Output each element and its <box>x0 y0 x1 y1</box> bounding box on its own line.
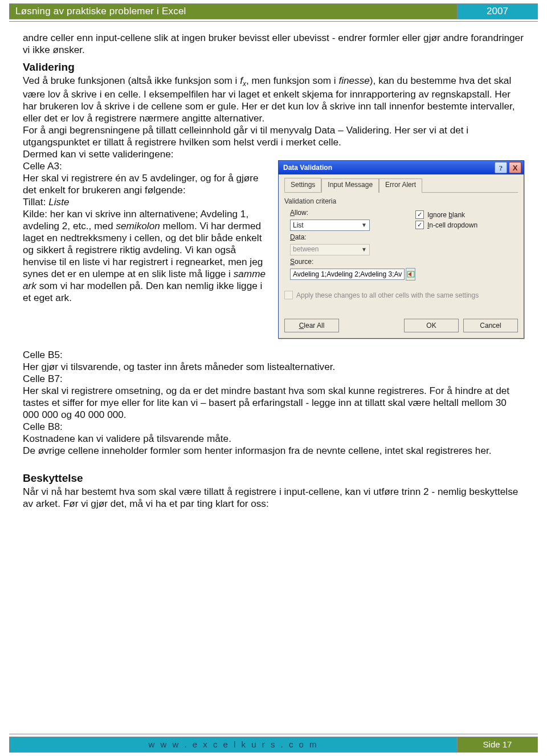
range-picker-icon <box>407 271 415 278</box>
validering-p2: For å angi begrensningene på tillatt cel… <box>23 124 524 148</box>
b8-label: Celle B8: <box>23 421 524 433</box>
kilde-body: Kilde: her kan vi skrive inn alternative… <box>23 208 268 304</box>
close-button[interactable]: X <box>509 162 521 173</box>
allow-select[interactable]: List ▼ <box>290 220 370 231</box>
a3-body: Her skal vi registrere én av 5 avdelinge… <box>23 172 268 196</box>
b8-body: Kostnadene kan vi validere på tilsvarend… <box>23 433 524 445</box>
incell-dropdown-checkbox[interactable]: ✓ In-cell dropdown <box>415 221 518 229</box>
footer-page: Side 17 <box>457 737 537 752</box>
dialog-titlebar[interactable]: Data Validation ? X <box>279 161 524 174</box>
data-validation-dialog: Data Validation ? X Settings Input Messa… <box>278 160 524 339</box>
heading-validering: Validering <box>23 60 524 74</box>
b5-label: Celle B5: <box>23 349 524 361</box>
tillat-line: Tillat: Liste <box>23 196 268 208</box>
b7-label: Celle B7: <box>23 373 524 385</box>
allow-label: Allow: <box>290 209 415 217</box>
source-input[interactable] <box>290 269 405 280</box>
intro-paragraph: andre celler enn input-cellene slik at i… <box>23 32 524 56</box>
cancel-button[interactable]: Cancel <box>463 319 518 332</box>
ok-button[interactable]: OK <box>404 319 459 332</box>
validering-p3: Dermed kan vi sette valideringene: <box>23 148 524 160</box>
range-picker-button[interactable] <box>406 268 415 281</box>
apply-same-settings-checkbox: Apply these changes to all other cells w… <box>284 291 518 299</box>
tab-input-message[interactable]: Input Message <box>321 178 379 193</box>
header-year: 2007 <box>457 4 537 19</box>
data-label: Data: <box>290 233 415 242</box>
b5-body: Her gjør vi tilsvarende, og taster inn å… <box>23 361 524 373</box>
chevron-down-icon: ▼ <box>361 246 367 253</box>
clear-all-button[interactable]: Clear All <box>284 319 339 332</box>
source-label: Source: <box>290 258 415 266</box>
ignore-blank-checkbox[interactable]: ✓ Ignore blank <box>415 210 518 219</box>
dialog-title: Data Validation <box>283 164 332 172</box>
b7-body: Her skal vi registrere omsetning, og da … <box>23 385 524 421</box>
header-title: Løsning av praktiske problemer i Excel <box>10 4 457 19</box>
rest-body: De øvrige cellene inneholder formler som… <box>23 445 524 457</box>
a3-label: Celle A3: <box>23 160 268 172</box>
heading-beskyttelse: Beskyttelse <box>23 472 524 485</box>
tab-settings[interactable]: Settings <box>284 178 321 192</box>
tab-error-alert[interactable]: Error Alert <box>379 178 422 193</box>
beskyttelse-body: Når vi nå har bestemt hva som skal være … <box>23 486 524 510</box>
validering-p1: Ved å bruke funksjonen (altså ikke funks… <box>23 75 524 124</box>
document-body: andre celler enn input-cellene slik at i… <box>23 32 524 510</box>
criteria-label: Validation criteria <box>284 197 518 206</box>
footer-url: w w w . e x c e l k u r s . c o m <box>10 737 457 752</box>
chevron-down-icon: ▼ <box>361 222 367 229</box>
help-button[interactable]: ? <box>495 162 507 173</box>
page-header: Løsning av praktiske problemer i Excel 2… <box>9 3 538 22</box>
page-footer: w w w . e x c e l k u r s . c o m Side 1… <box>9 734 538 753</box>
data-select: between ▼ <box>290 244 370 255</box>
